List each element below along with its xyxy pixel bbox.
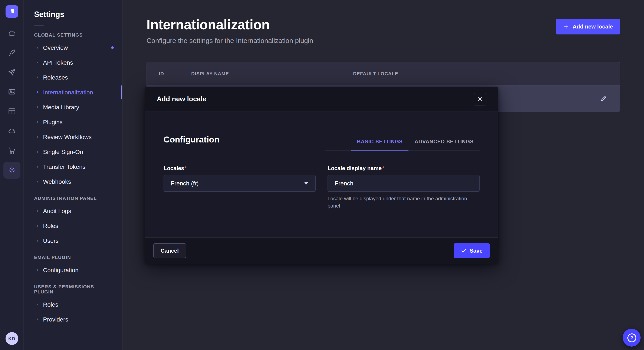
check-icon xyxy=(461,248,466,253)
sidebar-item-label: Overview xyxy=(43,44,68,51)
page-header: Internationalization Configure the setti… xyxy=(146,17,620,45)
sidebar-item-roles-admin[interactable]: Roles xyxy=(24,218,122,233)
sidebar-item-internationalization[interactable]: Internationalization xyxy=(24,85,122,100)
add-new-locale-button[interactable]: Add new locale xyxy=(556,19,620,34)
settings-gear-icon[interactable] xyxy=(3,162,20,178)
bullet-dot xyxy=(37,91,38,93)
column-header-display-name: DISPLAY NAME xyxy=(191,71,353,76)
sidebar-item-single-sign-on[interactable]: Single Sign-On xyxy=(24,144,122,159)
cancel-button[interactable]: Cancel xyxy=(153,243,186,258)
feather-pen-icon[interactable] xyxy=(3,44,20,61)
modal-header: Add new locale xyxy=(145,87,498,111)
modal-title: Add new locale xyxy=(157,95,206,103)
save-button[interactable]: Save xyxy=(454,243,490,258)
sidebar-item-users[interactable]: Users xyxy=(24,233,122,248)
locale-form-fields: Locales* French (fr) Locale display name… xyxy=(164,165,480,210)
display-name-input[interactable] xyxy=(328,175,480,192)
sidebar-item-label: Users xyxy=(43,237,58,244)
display-name-field: Locale display name* Locale will be disp… xyxy=(328,165,480,210)
sidebar-item-label: Media Library xyxy=(43,104,79,110)
section-email-plugin: EMAIL PLUGIN Configuration xyxy=(24,255,122,277)
display-name-hint: Locale will be displayed under that name… xyxy=(328,195,480,210)
page-title: Internationalization xyxy=(146,17,313,33)
sidebar-item-label: Providers xyxy=(43,316,68,323)
sidebar-item-audit-logs[interactable]: Audit Logs xyxy=(24,203,122,218)
sidebar-item-label: Roles xyxy=(43,222,58,229)
bullet-dot xyxy=(37,136,38,138)
column-header-id: ID xyxy=(159,71,191,76)
sidebar-item-transfer-tokens[interactable]: Transfer Tokens xyxy=(24,159,122,174)
section-users-permissions-plugin: USERS & PERMISSIONS PLUGIN Roles Provide… xyxy=(24,284,122,327)
sidebar-item-releases[interactable]: Releases xyxy=(24,70,122,85)
cloud-icon[interactable] xyxy=(3,123,20,140)
strapi-admin: KD Settings GLOBAL SETTINGS Overview API… xyxy=(0,0,644,350)
edit-locale-button[interactable] xyxy=(597,92,610,105)
required-asterisk: * xyxy=(382,165,384,172)
sidebar-item-api-tokens[interactable]: API Tokens xyxy=(24,55,122,70)
media-library-icon[interactable] xyxy=(3,83,20,100)
locales-select[interactable]: French (fr) xyxy=(164,175,316,192)
rail-icon-list xyxy=(3,25,20,178)
pencil-icon xyxy=(600,95,607,102)
settings-tabs: BASIC SETTINGS ADVANCED SETTINGS xyxy=(326,134,480,151)
section-label: USERS & PERMISSIONS PLUGIN xyxy=(24,284,122,294)
avatar[interactable]: KD xyxy=(5,332,18,345)
bullet-dot xyxy=(37,318,38,320)
sidebar-item-providers[interactable]: Providers xyxy=(24,312,122,327)
configuration-header-row: Configuration BASIC SETTINGS ADVANCED SE… xyxy=(164,134,480,151)
sidebar-item-label: Webhooks xyxy=(43,178,71,185)
sidebar-item-overview[interactable]: Overview xyxy=(24,40,122,55)
column-header-default-locale: DEFAULT LOCALE xyxy=(353,71,608,76)
sidebar-item-configuration-email[interactable]: Configuration xyxy=(24,262,122,277)
section-label: ADMINISTRATION PANEL xyxy=(24,196,122,201)
locales-select-value: French (fr) xyxy=(171,180,199,187)
sidebar-item-label: Transfer Tokens xyxy=(43,163,86,170)
modal-body: Configuration BASIC SETTINGS ADVANCED SE… xyxy=(145,111,498,237)
paper-plane-icon[interactable] xyxy=(3,64,20,81)
sidebar-item-media-library[interactable]: Media Library xyxy=(24,100,122,114)
display-name-field-label: Locale display name* xyxy=(328,165,480,172)
bullet-dot xyxy=(37,61,38,63)
layout-icon[interactable] xyxy=(3,103,20,120)
modal-footer: Cancel Save xyxy=(145,237,498,264)
strapi-logo-icon xyxy=(8,8,16,15)
sidebar-item-label: Configuration xyxy=(43,266,78,273)
section-label: GLOBAL SETTINGS xyxy=(24,32,122,37)
section-administration-panel: ADMINISTRATION PANEL Audit Logs Roles Us… xyxy=(24,196,122,248)
bullet-dot xyxy=(37,166,38,167)
sidebar-item-label: Releases xyxy=(43,74,68,81)
marketplace-cart-icon[interactable] xyxy=(3,142,20,159)
question-mark-icon: ? xyxy=(627,333,636,342)
bullet-dot xyxy=(37,240,38,241)
sidebar-item-label: Roles xyxy=(43,301,58,308)
bullet-dot xyxy=(37,121,38,123)
home-icon[interactable] xyxy=(3,25,20,42)
sidebar-item-webhooks[interactable]: Webhooks xyxy=(24,174,122,189)
sidebar-item-label: Plugins xyxy=(43,118,62,125)
tab-basic-settings[interactable]: BASIC SETTINGS xyxy=(351,134,409,151)
sidebar-item-plugins[interactable]: Plugins xyxy=(24,114,122,129)
modal-close-button[interactable] xyxy=(474,93,486,105)
section-label: EMAIL PLUGIN xyxy=(24,255,122,260)
help-button[interactable]: ? xyxy=(623,329,640,347)
bullet-dot xyxy=(37,210,38,212)
display-name-label-text: Locale display name xyxy=(328,165,382,172)
sidebar-item-label: API Tokens xyxy=(43,59,73,66)
bullet-dot xyxy=(37,225,38,226)
locales-field: Locales* French (fr) xyxy=(164,165,316,210)
table-header-row: ID DISPLAY NAME DEFAULT LOCALE xyxy=(147,62,620,85)
bullet-dot xyxy=(37,151,38,153)
notification-dot xyxy=(111,46,114,49)
bullet-dot xyxy=(37,76,38,78)
bullet-dot xyxy=(37,47,38,48)
tab-advanced-settings[interactable]: ADVANCED SETTINGS xyxy=(409,134,480,150)
sidebar-item-review-workflows[interactable]: Review Workflows xyxy=(24,129,122,144)
chevron-down-icon xyxy=(304,182,308,184)
sidebar-item-label: Single Sign-On xyxy=(43,148,83,155)
strapi-logo[interactable] xyxy=(5,5,18,18)
sidebar-item-roles-up[interactable]: Roles xyxy=(24,297,122,312)
required-asterisk: * xyxy=(185,165,187,172)
locales-field-label: Locales* xyxy=(164,165,316,172)
bullet-dot xyxy=(37,303,38,305)
sidebar-item-label: Review Workflows xyxy=(43,133,92,140)
